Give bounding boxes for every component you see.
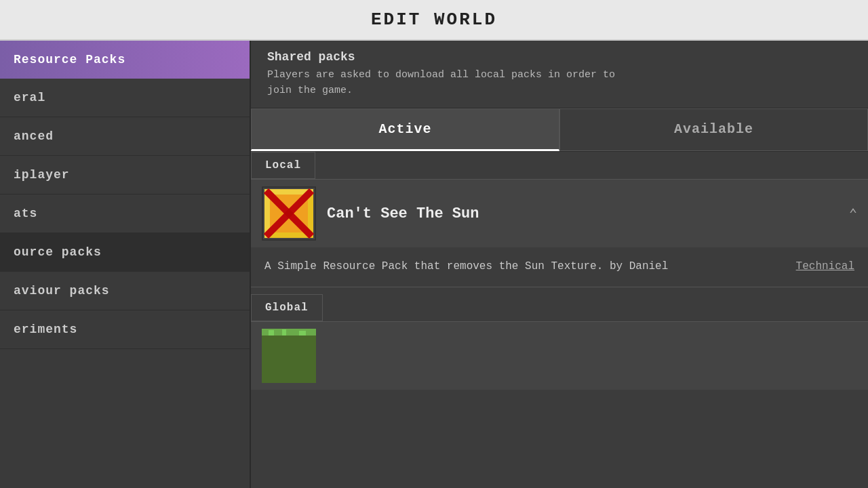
page-title: EDIT WORLD xyxy=(371,9,497,30)
shared-packs-title: Shared packs xyxy=(267,50,852,64)
global-pack-preview[interactable] xyxy=(251,322,868,390)
pack-icon-cant-see-sun xyxy=(262,186,316,241)
shared-packs-info: Shared packs Players are asked to downlo… xyxy=(251,41,868,108)
content-area[interactable]: Local xyxy=(251,152,868,488)
local-section-label: Local xyxy=(251,152,315,179)
sidebar-item-resource-packs[interactable]: ource packs xyxy=(0,233,250,272)
sidebar-item-experiments[interactable]: eriments xyxy=(0,310,250,349)
global-section: Global xyxy=(251,294,868,390)
pack-description-area: A Simple Resource Pack that removes the … xyxy=(251,247,868,287)
global-section-label: Global xyxy=(251,294,323,321)
pack-item-cant-see-sun: Can't See The Sun ⌃ A Simple Resource Pa… xyxy=(251,180,868,287)
shared-packs-description: Players are asked to download all local … xyxy=(267,68,852,98)
tabs-container: Active Available xyxy=(251,108,868,152)
global-pack-icon xyxy=(262,329,316,383)
svg-rect-14 xyxy=(299,331,306,336)
sidebar-item-cheats[interactable]: ats xyxy=(0,195,250,233)
svg-rect-12 xyxy=(269,330,274,336)
tab-available[interactable]: Available xyxy=(559,108,868,151)
page-header: EDIT WORLD xyxy=(0,0,868,41)
sidebar-item-multiplayer[interactable]: iplayer xyxy=(0,156,250,195)
main-content: Shared packs Players are asked to downlo… xyxy=(251,41,868,488)
technical-link[interactable]: Technical xyxy=(796,258,854,276)
global-section-header-row: Global xyxy=(251,294,868,322)
main-layout: Resource Packs eral anced iplayer ats ou… xyxy=(0,41,868,488)
pack-expand-icon[interactable]: ⌃ xyxy=(849,205,857,222)
sidebar: Resource Packs eral anced iplayer ats ou… xyxy=(0,41,251,488)
tab-active[interactable]: Active xyxy=(251,108,559,151)
pack-item-header[interactable]: Can't See The Sun ⌃ xyxy=(251,180,868,247)
sidebar-item-general[interactable]: eral xyxy=(0,79,250,117)
sidebar-item-behaviour-packs[interactable]: aviour packs xyxy=(0,272,250,310)
pack-description-text: A Simple Resource Pack that removes the … xyxy=(264,258,789,276)
local-section-header-row: Local xyxy=(251,152,868,180)
svg-rect-13 xyxy=(282,329,286,336)
sidebar-item-resource-packs-highlighted[interactable]: Resource Packs xyxy=(0,41,250,79)
sidebar-item-advanced[interactable]: anced xyxy=(0,117,250,156)
pack-name-cant-see-sun: Can't See The Sun xyxy=(327,205,849,222)
svg-rect-11 xyxy=(262,336,316,383)
